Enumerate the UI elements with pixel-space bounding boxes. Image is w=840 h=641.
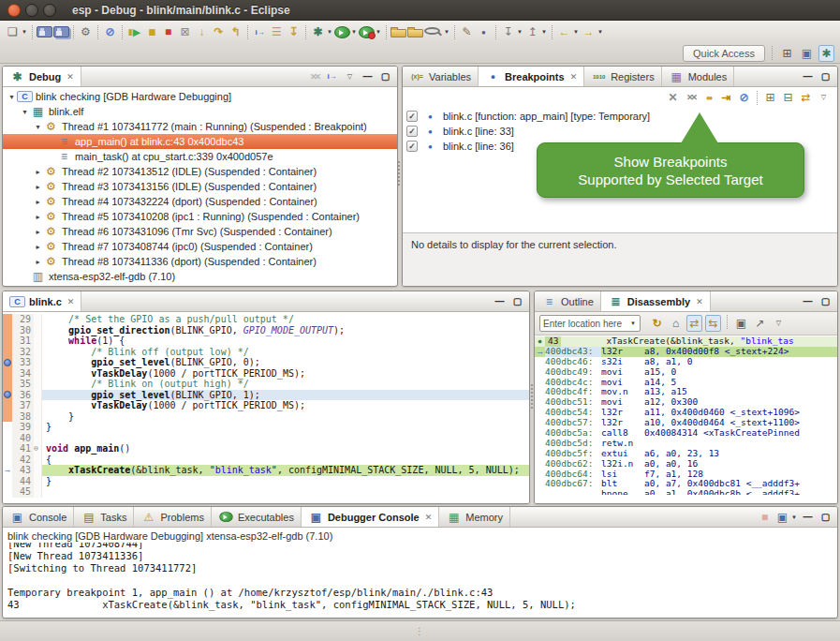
editor-gutter-marker[interactable] (3, 379, 12, 390)
location-combo[interactable]: Enter location here ▼ (539, 315, 641, 332)
display-console-icon[interactable]: ▣ (774, 509, 790, 526)
twisty-icon[interactable]: ▸ (33, 213, 43, 221)
expand-all-icon[interactable]: ⊞ (762, 89, 778, 106)
last-edit-icon[interactable]: ✎ (459, 23, 475, 40)
editor-gutter-marker[interactable] (3, 335, 12, 347)
tab-blink-c[interactable]: Cblink.c✕ (3, 291, 81, 311)
breakpoint-checkbox[interactable]: ✓ (406, 126, 418, 137)
min-icon[interactable]: — (800, 68, 816, 85)
cpp-perspective-icon[interactable]: ▣ (799, 45, 815, 62)
link-source-icon[interactable]: ⇄ (686, 315, 702, 332)
back-icon[interactable]: ← (556, 23, 572, 40)
debug-tree-item[interactable]: ▸⚙Thread #3 1073413156 (IDLE) (Suspended… (3, 179, 397, 194)
view-menu-icon[interactable]: ▽ (816, 89, 832, 106)
remove-terminated-icon[interactable]: ✕✕ (306, 68, 322, 85)
twisty-icon[interactable]: ▾ (20, 108, 30, 116)
editor-gutter-marker[interactable] (3, 325, 12, 336)
step-return-icon[interactable]: ↰ (228, 23, 243, 40)
editor-gutter-marker[interactable]: → (3, 465, 12, 476)
window-maximize-button[interactable] (43, 4, 56, 17)
editor-gutter-marker[interactable] (3, 455, 12, 466)
resume-icon[interactable] (126, 23, 142, 40)
step-into-icon[interactable]: ↓ (194, 23, 210, 40)
window-close-button[interactable] (7, 4, 21, 17)
dropdown-arrow-icon[interactable]: ▼ (350, 29, 358, 35)
goto-file-icon[interactable]: ⇥ (718, 89, 734, 106)
debug-tree-item[interactable]: ≡app_main() at blink.c:43 0x400dbc43 (3, 134, 397, 149)
instruction-stepping-icon[interactable]: i→ (252, 23, 268, 40)
min-icon[interactable]: — (360, 68, 376, 85)
tab-breakpoints[interactable]: ●Breakpoints✕ (479, 67, 584, 86)
editor-gutter-marker[interactable] (3, 443, 12, 455)
debug-tree-item[interactable]: ≡main_task() at cpu_start.c:339 0x400d05… (3, 149, 397, 164)
new-view-icon[interactable]: ▣ (733, 315, 749, 332)
collapse-all-icon[interactable]: ⊟ (780, 89, 796, 106)
instruction-stepping-icon[interactable]: i→ (324, 68, 340, 85)
fold-marker-icon[interactable]: ⊖ (34, 443, 42, 455)
breakpoint-item[interactable]: ✓●blink.c [line: 33] (406, 124, 837, 139)
window-minimize-button[interactable] (25, 4, 38, 17)
close-icon[interactable]: ✕ (67, 297, 75, 306)
remove-bp-icon[interactable]: ✕ (665, 89, 681, 106)
twisty-icon[interactable]: ▸ (33, 183, 43, 191)
view-menu-icon[interactable]: ▽ (342, 68, 358, 85)
breakpoint-icon[interactable] (4, 391, 11, 398)
editor-gutter-marker[interactable] (3, 486, 12, 498)
remove-all-bp-icon[interactable]: ✕✕ (683, 89, 699, 106)
dropdown-arrow-icon[interactable]: ▼ (443, 29, 450, 35)
disconnect-icon[interactable]: ⊠ (177, 23, 193, 40)
sash-handle[interactable] (398, 161, 400, 186)
prev-annotation-icon[interactable]: ↥ (524, 23, 540, 40)
editor-gutter-marker[interactable] (3, 347, 12, 358)
save-icon[interactable] (37, 26, 52, 37)
dropdown-arrow-icon[interactable]: ▼ (597, 29, 604, 35)
dropdown-arrow-icon[interactable]: ▼ (326, 29, 333, 35)
min-icon[interactable]: — (492, 293, 508, 310)
debug-tree-item[interactable]: ▸⚙Thread #6 1073431096 (Tmr Svc) (Suspen… (3, 224, 397, 239)
chevron-down-icon[interactable]: ▼ (629, 320, 637, 326)
close-icon[interactable]: ✕ (425, 513, 433, 522)
terminate-disabled-icon[interactable]: ■ (757, 509, 773, 526)
editor-gutter-marker[interactable] (3, 357, 12, 368)
twisty-icon[interactable]: ▾ (33, 123, 43, 131)
editor-gutter-marker[interactable] (3, 476, 12, 487)
forward-icon[interactable]: → (581, 23, 597, 40)
debug-tree-item[interactable]: ▸⚙Thread #4 1073432224 (dport) (Suspende… (3, 194, 397, 209)
min-icon[interactable]: — (800, 509, 816, 526)
debug-tree-item[interactable]: ▸⚙Thread #5 1073410208 (ipc1 : Running) … (3, 209, 397, 224)
home-icon[interactable]: ⌂ (668, 315, 684, 332)
show-all-threads-icon[interactable]: ☰ (269, 23, 285, 40)
skip-all-breakpoints-icon[interactable]: ⊘ (736, 89, 752, 106)
dropdown-arrow-icon[interactable]: ▼ (516, 29, 523, 35)
tab-registers[interactable]: 1010Registers (584, 67, 661, 86)
max-icon[interactable]: ▢ (818, 509, 833, 526)
code-editor[interactable]: 29 /* Set the GPIO as a push/pull output… (3, 312, 529, 503)
step-over-icon[interactable]: ↷ (211, 23, 227, 40)
breakpoint-icon[interactable] (4, 359, 11, 366)
tab-debug[interactable]: ✱Debug✕ (3, 67, 81, 86)
build-icon[interactable]: ⚙ (78, 23, 94, 40)
close-icon[interactable]: ✕ (570, 72, 578, 82)
close-icon[interactable]: ✕ (66, 72, 74, 82)
debug-tree-item[interactable]: ▸⚙Thread #2 1073413512 (IDLE) (Suspended… (3, 164, 397, 179)
debug-tree-item[interactable]: ▸⚙Thread #7 1073408744 (ipc0) (Suspended… (3, 239, 397, 254)
debug-icon[interactable]: ✱ (310, 23, 326, 40)
max-icon[interactable]: ▢ (818, 68, 833, 85)
tab-variables[interactable]: (x)=Variables (403, 67, 479, 86)
editor-gutter-marker[interactable] (3, 368, 12, 380)
external-tools-icon[interactable] (359, 26, 375, 38)
tab-problems[interactable]: ⚠Problems (134, 507, 211, 527)
debug-tree-item[interactable]: ▾Cblink checking [GDB Hardware Debugging… (3, 89, 397, 104)
drop-to-frame-icon[interactable]: ↧ (286, 23, 302, 40)
show-supported-bp-icon[interactable]: ●● (700, 89, 716, 106)
twisty-icon[interactable]: ▸ (33, 243, 43, 251)
editor-gutter-marker[interactable] (3, 314, 12, 325)
run-icon[interactable] (334, 26, 350, 38)
open-project-icon[interactable] (391, 29, 406, 37)
breakpoint-checkbox[interactable]: ✓ (406, 111, 418, 122)
max-icon[interactable]: ▢ (377, 68, 393, 85)
tab-tasks[interactable]: ▤Tasks (74, 507, 134, 527)
tab-debugger-console[interactable]: ▣Debugger Console✕ (302, 507, 439, 527)
view-menu-icon[interactable]: ▽ (771, 315, 787, 332)
sash-handle[interactable] (531, 384, 533, 409)
